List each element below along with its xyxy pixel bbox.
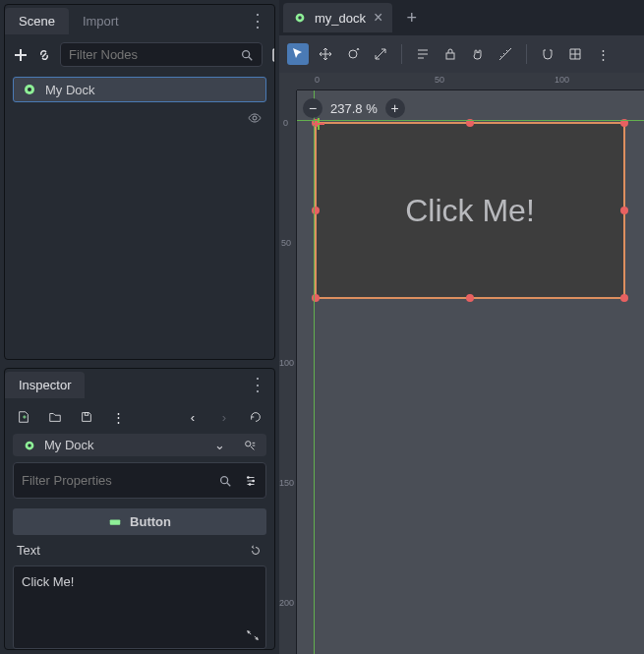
property-label-text: Text [17,543,40,558]
object-selector[interactable]: My Dock ⌄ [13,434,266,456]
node-name: My Dock [45,83,95,97]
script-icon[interactable] [270,46,275,64]
filter-properties-input[interactable] [13,462,266,499]
add-tab-icon[interactable]: + [396,2,427,34]
open-resource-icon[interactable] [46,408,64,426]
resize-handle[interactable] [620,294,628,302]
svg-point-4 [253,116,257,120]
canvas-button-node[interactable]: Click Me! [315,122,625,299]
inspector-tabs: Inspector ⋮ [5,369,274,400]
resize-handle[interactable] [466,294,474,302]
svg-rect-5 [85,413,88,416]
svg-point-0 [243,50,250,57]
axis-y [314,90,315,654]
section-header-button[interactable]: Button [13,508,266,535]
save-icon[interactable] [78,408,95,426]
panel-menu-icon[interactable]: ⋮ [249,10,266,31]
svg-rect-16 [446,53,454,59]
svg-rect-13 [110,519,121,524]
panel-menu-icon[interactable]: ⋮ [249,374,266,395]
svg-rect-1 [273,49,275,61]
move-tool-icon[interactable] [315,43,336,65]
file-tab[interactable]: my_dock × [283,3,392,32]
select-tool-icon[interactable] [287,43,309,65]
ruler-corner [279,73,297,90]
snap-icon[interactable] [537,43,558,65]
more-icon[interactable]: ⋮ [592,43,614,65]
file-tab-label: my_dock [315,11,366,26]
tab-scene[interactable]: Scene [5,8,69,34]
axis-x [297,120,644,121]
viewport[interactable]: 0 50 100 0 50 100 150 200 − 237.8 % + Cl… [279,73,644,654]
svg-point-12 [249,483,252,486]
chevron-down-icon: ⌄ [214,438,225,452]
svg-point-9 [221,476,228,483]
reset-icon[interactable] [249,544,263,558]
pan-tool-icon[interactable] [467,43,489,65]
expand-icon[interactable] [246,628,260,642]
manage-icon[interactable] [243,439,257,452]
button-text: Click Me! [405,193,535,229]
ruler-vertical: 0 50 100 150 200 [279,90,297,654]
history-prev-icon[interactable]: ‹ [184,408,202,426]
svg-point-10 [247,476,250,479]
control-node-icon [293,11,307,25]
ruler-tool-icon[interactable] [495,43,516,65]
history-next-icon[interactable]: › [215,408,233,426]
zoom-out-button[interactable]: − [303,98,322,118]
link-icon[interactable] [36,46,52,64]
svg-point-11 [252,479,255,482]
more-icon[interactable]: ⋮ [109,408,127,426]
close-icon[interactable]: × [374,9,382,27]
ruler-horizontal: 0 50 100 [297,73,644,90]
svg-point-8 [246,441,251,446]
history-icon[interactable] [247,408,264,426]
origin-gizmo [311,116,326,132]
lock-icon[interactable] [439,43,461,65]
add-node-icon[interactable] [13,46,29,64]
settings-icon[interactable] [244,474,258,488]
control-node-icon [22,82,37,97]
visibility-icon[interactable] [247,110,263,126]
new-resource-icon[interactable] [15,408,32,426]
grid-snap-icon[interactable] [564,43,586,65]
rotate-tool-icon[interactable] [342,43,364,65]
scale-tool-icon[interactable] [370,43,391,65]
property-text-input[interactable]: Click Me! [13,565,266,649]
scene-tabs: Scene Import ⋮ [5,5,274,36]
search-icon [218,474,232,488]
object-name: My Dock [44,438,94,452]
svg-point-15 [298,16,302,20]
control-node-icon [23,439,36,452]
zoom-level[interactable]: 237.8 % [330,101,378,116]
svg-point-7 [28,444,31,447]
scene-root-node[interactable]: My Dock [13,77,266,102]
tab-inspector[interactable]: Inspector [5,372,85,398]
tab-import[interactable]: Import [69,8,133,34]
filter-nodes-input[interactable] [60,42,263,67]
list-select-icon[interactable] [412,43,434,65]
resize-handle[interactable] [620,207,628,214]
button-class-icon [108,515,122,529]
zoom-in-button[interactable]: + [385,98,405,118]
search-icon [240,48,254,62]
svg-point-3 [28,88,31,91]
